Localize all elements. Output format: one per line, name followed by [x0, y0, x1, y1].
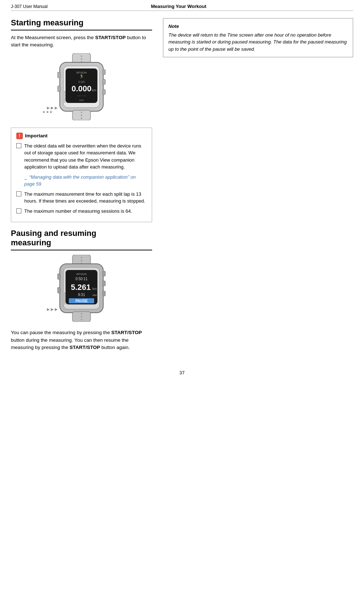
svg-text:--- - --: --- - --	[78, 94, 86, 97]
svg-point-26	[81, 260, 82, 261]
svg-rect-43	[102, 291, 105, 296]
svg-text:9:31: 9:31	[78, 293, 85, 297]
important-label: Important	[25, 132, 47, 140]
checkbox-2	[16, 191, 21, 196]
pausing-body2-bold: START/STOP	[70, 345, 100, 350]
left-column: Starting measuring At the Measurement sc…	[11, 18, 152, 356]
svg-point-46	[81, 313, 82, 315]
pausing-section-title: Pausing and resumingmeasuring	[11, 229, 152, 250]
content-area: Starting measuring At the Measurement sc…	[0, 11, 364, 363]
svg-point-23	[81, 117, 82, 119]
svg-point-22	[81, 115, 82, 116]
svg-text:START/STOP: START/STOP	[64, 90, 66, 103]
svg-text:START/STOP: START/STOP	[64, 292, 66, 304]
starting-intro-bold: START/STOP	[95, 35, 126, 40]
watch1-svg: EPSON 🏃 0:00 0.000 km --- - -- min	[53, 53, 110, 120]
svg-text:km: km	[92, 88, 96, 92]
starting-section-title: Starting measuring	[11, 18, 152, 30]
svg-rect-18	[102, 90, 105, 95]
starting-intro-text: At the Measurement screen, press the	[11, 35, 95, 40]
svg-text:EPSON: EPSON	[76, 273, 87, 276]
svg-text:0.000: 0.000	[71, 84, 91, 93]
important-item-1: The oldest data will be overwritten when…	[16, 142, 147, 171]
pausing-body2-end: button again.	[100, 345, 130, 350]
svg-text:min: min	[79, 99, 84, 102]
important-item-2: The maximum measurement time for each sp…	[16, 191, 147, 205]
important-icon: !	[16, 133, 23, 139]
svg-rect-14	[58, 72, 60, 78]
checkbox-3	[16, 208, 21, 213]
svg-point-21	[81, 112, 82, 113]
note-body: The device will return to the Time scree…	[168, 32, 348, 53]
svg-text:🏃: 🏃	[79, 74, 84, 79]
svg-text:0:50:11: 0:50:11	[75, 277, 88, 281]
svg-text:PAUSE: PAUSE	[75, 299, 88, 303]
note-box: Note The device will return to the Time …	[163, 18, 353, 57]
svg-point-48	[81, 319, 82, 320]
important-box: ! Important The oldest data will be over…	[11, 128, 152, 223]
svg-rect-42	[102, 281, 105, 286]
right-column: Note The device will return to the Time …	[163, 18, 353, 356]
header-left: J-307 User Manual	[11, 4, 47, 9]
important-item-3-text: The maximum number of measuring sessions…	[24, 208, 132, 215]
svg-point-1	[81, 55, 82, 57]
important-item-1-text: The oldest data will be overwritten when…	[24, 142, 147, 171]
svg-point-47	[81, 316, 82, 317]
pausing-body: You can pause the measuring by pressing …	[11, 329, 152, 351]
svg-rect-15	[58, 86, 60, 92]
header-center: Measuring Your Workout	[47, 4, 310, 9]
important-item-3: The maximum number of measuring sessions…	[16, 208, 147, 215]
link-icon: ⎯	[24, 174, 27, 180]
important-item-link: ⎯ “Managing data with the companion appl…	[16, 174, 147, 188]
svg-text:AM: AM	[92, 294, 97, 297]
svg-rect-16	[102, 70, 105, 75]
svg-rect-40	[58, 287, 60, 293]
watch2-svg: EPSON 0:50:11 5.261 km 9:31 AM PAUSE	[53, 255, 110, 322]
svg-text:5.261: 5.261	[71, 283, 91, 292]
important-header: ! Important	[16, 132, 147, 140]
important-list: The oldest data will be overwritten when…	[16, 142, 147, 215]
watch1-container: ►►► EPSON	[11, 53, 152, 122]
watch2-container: EPSON 0:50:11 5.261 km 9:31 AM PAUSE	[11, 255, 152, 323]
svg-rect-17	[102, 79, 105, 84]
companion-app-link[interactable]: “Managing data with the companion applic…	[24, 174, 136, 187]
svg-text:km: km	[92, 287, 97, 291]
pausing-body1-bold: START/STOP	[111, 330, 142, 335]
note-header: Note	[168, 23, 348, 30]
svg-rect-39	[58, 274, 60, 279]
starting-intro: At the Measurement screen, press the STA…	[11, 34, 152, 49]
checkbox-1	[16, 143, 21, 148]
svg-text:0:00: 0:00	[78, 80, 85, 84]
pausing-title-text: Pausing and resumingmeasuring	[11, 229, 96, 247]
svg-point-2	[81, 58, 82, 60]
svg-rect-41	[102, 271, 105, 276]
important-item-2-text: The maximum measurement time for each sp…	[24, 191, 147, 205]
page-header: J-307 User Manual Measuring Your Workout	[0, 0, 364, 11]
page-number: 37	[0, 363, 364, 379]
pausing-body1: You can pause the measuring by pressing …	[11, 330, 111, 335]
svg-point-25	[81, 257, 82, 258]
